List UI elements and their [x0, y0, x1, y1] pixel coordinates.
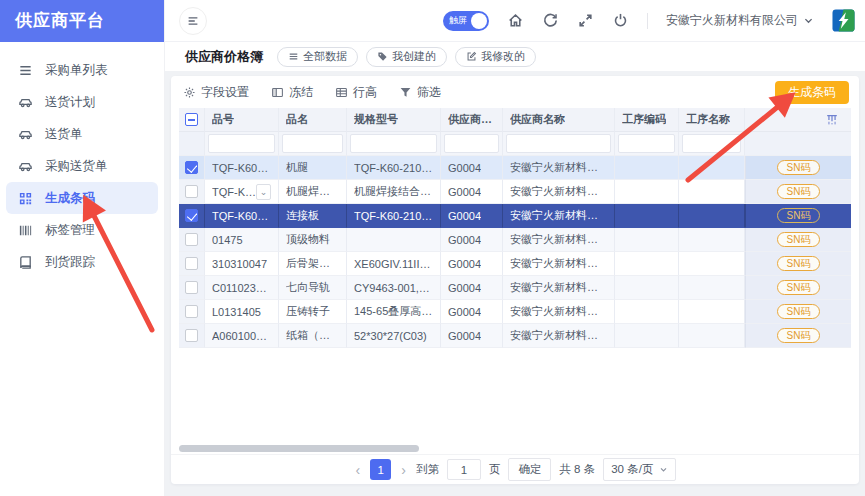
column-settings-icon[interactable] — [825, 113, 839, 127]
sidebar-item-label: 生成条码 — [45, 190, 95, 207]
cell-checkbox — [179, 156, 205, 180]
filter-pill-all-data[interactable]: 全部数据 — [277, 47, 358, 67]
collapse-menu-button[interactable] — [179, 7, 207, 35]
row-checkbox[interactable] — [185, 305, 198, 318]
gear-icon — [183, 86, 196, 99]
row-checkbox[interactable] — [185, 257, 198, 270]
sn-code-button[interactable]: SN码 — [777, 232, 821, 247]
cell-supplier-name: 安徽宁火新材料有限公司 — [503, 156, 615, 180]
prev-page-button[interactable]: ‹ — [354, 462, 363, 478]
header-cell-process-name: 工序名称 — [679, 108, 745, 132]
next-page-button[interactable]: › — [399, 462, 408, 478]
filter-cell-spec — [347, 132, 441, 156]
filter-pill-created-by-me[interactable]: 我创建的 — [366, 47, 447, 67]
table-row[interactable]: TQF-K60-2105(⌄ 机腿焊接结合件... 机腿焊接结合件（750） G… — [179, 180, 851, 204]
cell-process-name — [679, 204, 745, 228]
filter-cell-actions — [745, 132, 851, 156]
cell-process-code — [615, 180, 679, 204]
sn-code-button[interactable]: SN码 — [777, 256, 821, 271]
collapse-menu-icon — [186, 14, 200, 28]
touch-mode-toggle[interactable]: 触屏 — [443, 11, 489, 31]
sn-code-button[interactable]: SN码 — [777, 328, 821, 343]
company-name: 安徽宁火新材料有限公司 — [666, 12, 798, 29]
row-checkbox[interactable] — [185, 329, 198, 342]
generate-barcode-button[interactable]: 生成条码 — [775, 81, 849, 104]
filter-input-supplier-code[interactable] — [444, 134, 499, 153]
cell-actions: SN码 — [745, 156, 851, 180]
field-settings-tool[interactable]: 字段设置 — [183, 84, 249, 101]
sn-code-button[interactable]: SN码 — [777, 160, 821, 175]
table-row[interactable]: A060100013 纸箱（泰科中箱... 52*30*27(C03) G000… — [179, 324, 851, 348]
freeze-tool[interactable]: 冻结 — [271, 84, 313, 101]
filter-input-process-code[interactable] — [618, 134, 675, 153]
select-all-checkbox[interactable] — [185, 113, 198, 126]
horizontal-scrollbar-thumb[interactable] — [179, 445, 419, 452]
filter-input-spec[interactable] — [350, 134, 437, 153]
cell-process-code — [615, 252, 679, 276]
row-checkbox[interactable] — [185, 233, 198, 246]
table-row[interactable]: 01475 顶级物料 G0004 安徽宁火新材料有限公司 SN码 — [179, 228, 851, 252]
confirm-page-button[interactable]: 确定 — [508, 458, 551, 481]
filter-input-name[interactable] — [282, 134, 343, 153]
cell-supplier-name: 安徽宁火新材料有限公司 — [503, 228, 615, 252]
cell-spec: 145-65叠厚高冲-带五... — [347, 300, 441, 324]
cell-process-name — [679, 252, 745, 276]
row-checkbox[interactable] — [185, 281, 198, 294]
row-height-tool[interactable]: 行高 — [335, 84, 377, 101]
filter-tool[interactable]: 筛选 — [399, 84, 441, 101]
cell-checkbox — [179, 276, 205, 300]
sn-code-button[interactable]: SN码 — [777, 184, 821, 199]
cell-actions: SN码 — [745, 180, 851, 204]
row-height-icon — [335, 86, 348, 99]
filter-input-process-name[interactable] — [682, 134, 741, 153]
sn-code-button[interactable]: SN码 — [777, 208, 821, 223]
sidebar-item-purchase-order-list[interactable]: 采购单列表 — [6, 54, 158, 86]
cell-name: 顶级物料 — [279, 228, 347, 252]
home-icon[interactable] — [507, 12, 524, 29]
cell-spec: TQF-K60-210502A — [347, 156, 441, 180]
barcode-icon — [18, 223, 33, 238]
cell-name: 压铸转子 — [279, 300, 347, 324]
table-row[interactable]: TQF-K60-21050... 机腿 TQF-K60-210502A G000… — [179, 156, 851, 180]
power-icon[interactable] — [612, 12, 629, 29]
fullscreen-icon[interactable] — [577, 12, 594, 29]
supplier-platform-app: 供应商平台 采购单列表 送货计划 送货单 采购送货单 生成条码 — [0, 0, 865, 496]
pn-dropdown-button[interactable]: ⌄ — [256, 184, 271, 200]
filter-input-supplier-name[interactable] — [506, 134, 611, 153]
sidebar-item-delivery-note[interactable]: 送货单 — [6, 118, 158, 150]
sidebar-item-label-management[interactable]: 标签管理 — [6, 214, 158, 246]
truck-icon — [18, 95, 33, 110]
sidebar-item-purchase-delivery-note[interactable]: 采购送货单 — [6, 150, 158, 182]
cell-process-name — [679, 228, 745, 252]
company-menu[interactable]: 安徽宁火新材料有限公司 — [666, 12, 814, 29]
filter-input-pn[interactable] — [208, 134, 275, 153]
cell-spec: XE60GIV.11II.1B — [347, 252, 441, 276]
goto-page-input[interactable] — [447, 459, 481, 480]
table-row[interactable]: L0131405 压铸转子 145-65叠厚高冲-带五... G0004 安徽宁… — [179, 300, 851, 324]
sidebar-item-arrival-tracking[interactable]: 到货跟踪 — [6, 246, 158, 278]
cell-name: 后骨架总成 — [279, 252, 347, 276]
filter-pill-modified-by-me[interactable]: 我修改的 — [455, 47, 536, 67]
list-icon — [288, 51, 299, 62]
row-checkbox[interactable] — [185, 185, 198, 198]
table-row[interactable]: C011023485 七向导轨 CY9463-001,Genius... G00… — [179, 276, 851, 300]
cell-name: 连接板 — [279, 204, 347, 228]
filter-cell-supplier-code — [441, 132, 503, 156]
cell-actions: SN码 — [745, 252, 851, 276]
sidebar-item-delivery-plan[interactable]: 送货计划 — [6, 86, 158, 118]
current-page-button[interactable]: 1 — [370, 459, 391, 480]
filter-pill-label: 全部数据 — [303, 49, 347, 64]
row-checkbox[interactable] — [185, 161, 198, 174]
cell-process-code — [615, 156, 679, 180]
cell-pn: C011023485 — [205, 276, 279, 300]
sn-code-button[interactable]: SN码 — [777, 304, 821, 319]
sn-code-button[interactable]: SN码 — [777, 280, 821, 295]
table-row[interactable]: 310310047 后骨架总成 XE60GIV.11II.1B G0004 安徽… — [179, 252, 851, 276]
sidebar-item-generate-barcode[interactable]: 生成条码 — [6, 182, 158, 214]
goto-label: 到第 — [416, 462, 439, 477]
page-size-select[interactable]: 30 条/页 — [603, 458, 676, 481]
table-row[interactable]: TQF-K60-210503 连接板 TQF-K60-210503 G0004 … — [179, 204, 851, 228]
row-checkbox[interactable] — [185, 209, 198, 222]
page-title: 供应商价格簿 — [185, 48, 263, 66]
refresh-icon[interactable] — [542, 12, 559, 29]
